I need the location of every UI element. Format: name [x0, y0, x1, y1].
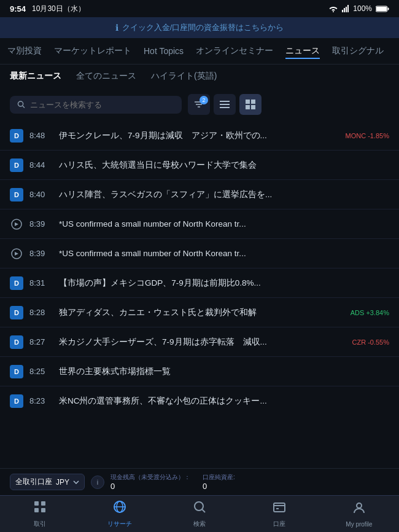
news-item[interactable]: D 8:27 米カジノ大手シーザーズ、7-9月期は赤字転落 減収... CZR …: [0, 327, 399, 357]
account-label: 全取引口座: [15, 477, 52, 487]
trade-label: 取引: [34, 520, 46, 528]
news-type-icon: D: [10, 276, 23, 290]
nav-item-signal[interactable]: 取引シグナル: [332, 43, 384, 59]
status-icons: 100%: [328, 4, 389, 13]
account-icon: [272, 499, 287, 518]
info-button[interactable]: i: [91, 475, 104, 489]
svg-point-0: [333, 11, 334, 12]
cash-value: 0: [110, 482, 190, 491]
news-time: 8:27: [29, 337, 53, 346]
news-title: 伊モンクレール、7-9月期は減収 アジア・欧州での...: [59, 130, 339, 141]
search-label: 検索: [193, 520, 206, 528]
news-type-icon: D: [10, 188, 23, 201]
bottom-bar: 全取引口座 JPY i 現金残高（未受渡分込み）： 0 口座純資産: 0: [0, 468, 399, 495]
svg-rect-17: [251, 100, 255, 104]
news-item[interactable]: 8:39 *US confirmed a small number of Nor…: [0, 239, 399, 268]
svg-rect-37: [274, 503, 285, 512]
banner[interactable]: ℹ クイック入金/口座間の資金振替はこちらから: [0, 17, 399, 38]
news-title: 米カジノ大手シーザーズ、7-9月期は赤字転落 減収...: [59, 337, 346, 348]
news-item[interactable]: D 8:44 ハリス氏、大統領選当日に母校ハワード大学で集会: [0, 151, 399, 180]
tab-all[interactable]: 全てのニュース: [76, 71, 136, 84]
filter-badge: 2: [200, 96, 208, 104]
news-list: D 8:48 伊モンクレール、7-9月期は減収 アジア・欧州での... MONC…: [0, 121, 399, 410]
battery-icon: [376, 6, 389, 12]
news-ticker: ADS +3.84%: [351, 309, 389, 316]
news-item[interactable]: D 8:48 伊モンクレール、7-9月期は減収 アジア・欧州での... MONC…: [0, 121, 399, 151]
news-type-icon: D: [10, 306, 23, 319]
news-audio-icon: [10, 247, 23, 260]
news-time: 8:23: [29, 396, 53, 405]
news-title: 【市場の声】メキシコGDP、7-9月期は前期比0.8%...: [59, 278, 389, 289]
status-bar: 9:54 10月30日（水） 100%: [0, 0, 399, 17]
nav-item-news[interactable]: ニュース: [285, 43, 320, 59]
svg-rect-18: [246, 105, 250, 109]
news-ticker: CZR -0.55%: [352, 338, 389, 346]
news-time: 8:25: [29, 367, 53, 376]
news-type-icon: D: [10, 158, 23, 172]
status-date: 10月30日（水）: [32, 4, 85, 14]
nav-tab-trade[interactable]: 取引: [0, 496, 80, 532]
svg-point-8: [18, 101, 23, 106]
grid-view-icon: [246, 100, 255, 109]
toolbar-icons: 2: [188, 94, 261, 115]
news-item[interactable]: D 8:40 ハリス陣営、ラスベガスの「スフィア」に選挙広告を...: [0, 180, 399, 209]
svg-rect-31: [41, 508, 45, 512]
search-box[interactable]: [10, 96, 182, 114]
news-title: 独アディダス、カニエ・ウェスト氏と裁判外で和解: [59, 307, 344, 318]
svg-line-36: [203, 510, 206, 513]
news-item[interactable]: D 8:28 独アディダス、カニエ・ウェスト氏と裁判外で和解 ADS +3.84…: [0, 298, 399, 327]
svg-rect-29: [41, 501, 45, 506]
news-item[interactable]: D 8:25 世界の主要株式市場指標一覧: [0, 357, 399, 386]
search-input[interactable]: [30, 100, 174, 109]
news-ticker: MONC -1.85%: [345, 132, 389, 139]
list-view-button[interactable]: [214, 94, 236, 115]
news-item[interactable]: 8:39 *US confirmed a small number of Nor…: [0, 209, 399, 239]
account-label: 口座: [273, 520, 285, 528]
grid-view-button[interactable]: [239, 94, 261, 115]
news-title: ハリス陣営、ラスベガスの「スフィア」に選挙広告を...: [59, 189, 389, 200]
nav-tab-account[interactable]: 口座: [239, 496, 319, 532]
news-time: 8:39: [29, 249, 53, 258]
nav-tab-search[interactable]: 検索: [160, 496, 239, 532]
tab-highlight[interactable]: ハイライト(英語): [151, 71, 217, 84]
nav-item-hot-topics[interactable]: Hot Topics: [144, 44, 184, 58]
news-time: 8:44: [29, 160, 53, 170]
news-title: 世界の主要株式市場指標一覧: [59, 366, 389, 377]
news-item[interactable]: D 8:23 米NC州の選管事務所、不審な小包の正体はクッキー...: [0, 386, 399, 410]
svg-rect-7: [388, 7, 389, 10]
account-selector[interactable]: 全取引口座 JPY: [10, 474, 85, 490]
search-icon: [192, 499, 207, 518]
assets-label: 口座純資産:: [203, 473, 235, 482]
nav-item-seminar[interactable]: オンラインセミナー: [196, 43, 273, 59]
news-time: 8:39: [29, 219, 53, 229]
svg-rect-4: [347, 5, 349, 12]
tab-row: 最新ニュース全てのニュースハイライト(英語): [0, 65, 399, 90]
svg-rect-13: [220, 101, 230, 102]
svg-rect-14: [220, 104, 230, 105]
net-assets: 口座純資産: 0: [203, 473, 235, 491]
svg-rect-30: [34, 508, 39, 512]
nav-tab-profile[interactable]: My profile: [319, 497, 399, 531]
status-time: 9:54: [10, 4, 26, 14]
list-view-icon: [220, 101, 230, 108]
news-item[interactable]: D 8:31 【市場の声】メキシコGDP、7-9月期は前期比0.8%...: [0, 268, 399, 298]
svg-rect-39: [276, 508, 279, 509]
news-type-icon: D: [10, 365, 23, 378]
cash-balance: 現金残高（未受渡分込み）： 0: [110, 473, 190, 491]
news-audio-icon: [10, 217, 23, 231]
news-type-icon: D: [10, 335, 23, 349]
nav-item-market-report[interactable]: マーケットレポート: [54, 43, 131, 59]
nav-tab-research[interactable]: リサーチ: [80, 496, 160, 532]
news-type-icon: D: [10, 394, 23, 408]
cash-label: 現金残高（未受渡分込み）：: [110, 473, 190, 482]
svg-point-40: [357, 503, 362, 508]
news-time: 8:28: [29, 308, 53, 317]
chevron-down-icon: [73, 480, 79, 484]
profile-icon: [352, 501, 366, 519]
balance-section: 現金残高（未受渡分込み）： 0 口座純資産: 0: [110, 473, 389, 491]
tab-latest[interactable]: 最新ニュース: [10, 71, 61, 84]
filter-button[interactable]: 2: [188, 94, 210, 115]
nav-item-category[interactable]: マ別投資: [7, 43, 42, 59]
research-icon: [112, 499, 127, 518]
news-time: 8:48: [29, 131, 53, 140]
